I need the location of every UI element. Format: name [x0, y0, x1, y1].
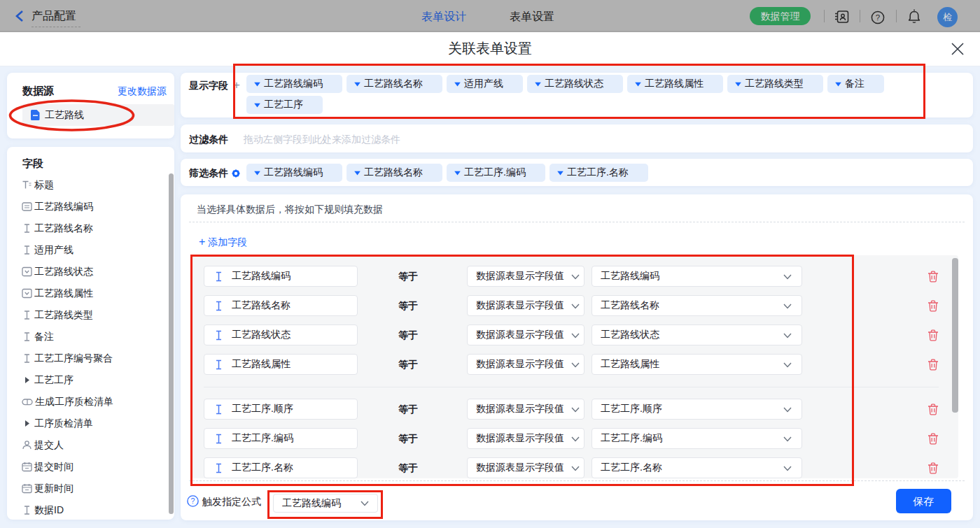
svg-text:?: ?	[876, 13, 880, 22]
svg-text:?: ?	[191, 497, 195, 505]
